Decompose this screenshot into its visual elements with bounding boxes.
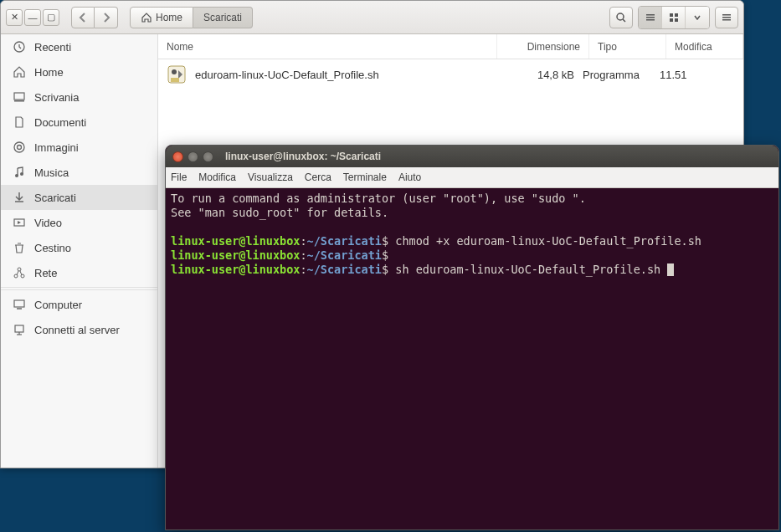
sidebar-item-home[interactable]: Home bbox=[1, 59, 157, 84]
close-button[interactable]: ✕ bbox=[6, 9, 23, 26]
terminal-close-button[interactable] bbox=[172, 151, 183, 162]
svg-point-16 bbox=[18, 146, 22, 150]
view-dropdown-button[interactable] bbox=[686, 7, 709, 28]
window-controls: ✕ — ▢ bbox=[6, 9, 59, 26]
svg-rect-3 bbox=[646, 17, 655, 18]
breadcrumb: Home Scaricati bbox=[130, 7, 253, 28]
doc-icon bbox=[13, 115, 26, 129]
svg-point-31 bbox=[172, 69, 177, 74]
grid-view-button[interactable] bbox=[662, 7, 686, 28]
search-button[interactable] bbox=[609, 7, 633, 28]
terminal-menubar: FileModificaVisualizzaCercaTerminaleAiut… bbox=[166, 167, 778, 188]
sidebar-item-doc[interactable]: Documenti bbox=[1, 110, 157, 135]
network-icon bbox=[13, 266, 26, 279]
maximize-button[interactable]: ▢ bbox=[43, 9, 59, 26]
breadcrumb-current[interactable]: Scaricati bbox=[193, 7, 253, 28]
sidebar-item-label: Scrivania bbox=[34, 91, 79, 104]
sidebar-item-label: Computer bbox=[34, 299, 82, 311]
terminal-menu-aiuto[interactable]: Aiuto bbox=[398, 171, 421, 183]
svg-line-1 bbox=[623, 19, 625, 22]
computer-icon bbox=[13, 298, 26, 311]
image-icon bbox=[13, 141, 26, 154]
sidebar-item-label: Cestino bbox=[34, 242, 71, 254]
sidebar-item-clock[interactable]: Recenti bbox=[1, 34, 157, 59]
terminal-minimize-button[interactable] bbox=[188, 151, 198, 162]
svg-point-0 bbox=[617, 13, 624, 20]
desktop-icon bbox=[13, 90, 26, 104]
view-switcher bbox=[638, 6, 710, 29]
svg-point-15 bbox=[14, 142, 24, 152]
svg-rect-9 bbox=[722, 14, 731, 16]
sidebar-item-computer[interactable]: Computer bbox=[1, 292, 157, 317]
terminal-menu-terminale[interactable]: Terminale bbox=[343, 171, 387, 183]
sidebar-item-label: Video bbox=[34, 217, 62, 229]
toolbar: ✕ — ▢ Home Scaricati bbox=[1, 1, 743, 34]
svg-rect-13 bbox=[14, 93, 24, 100]
minimize-button[interactable]: — bbox=[24, 9, 41, 26]
nav-group bbox=[71, 7, 118, 28]
script-icon bbox=[165, 63, 188, 86]
terminal-body[interactable]: To run a command as administrator (user … bbox=[166, 188, 778, 529]
file-row[interactable]: eduroam-linux-UoC-Default_Profile.sh 14,… bbox=[158, 59, 743, 90]
sidebar-item-download[interactable]: Scaricati bbox=[1, 185, 157, 210]
svg-rect-11 bbox=[722, 19, 731, 21]
svg-rect-27 bbox=[15, 325, 23, 332]
home-icon bbox=[141, 12, 152, 23]
svg-rect-2 bbox=[646, 14, 655, 16]
back-button[interactable] bbox=[71, 7, 95, 28]
svg-rect-32 bbox=[171, 78, 179, 82]
col-type[interactable]: Tipo bbox=[589, 34, 666, 59]
sidebar-item-server[interactable]: Connetti al server bbox=[1, 317, 157, 342]
terminal-menu-file[interactable]: File bbox=[171, 171, 187, 183]
svg-rect-5 bbox=[670, 13, 673, 17]
file-modified: 11.51 bbox=[660, 69, 737, 81]
sidebar-item-network[interactable]: Rete bbox=[1, 260, 157, 285]
breadcrumb-current-label: Scaricati bbox=[203, 12, 242, 23]
svg-rect-4 bbox=[646, 19, 655, 21]
svg-point-24 bbox=[18, 268, 21, 271]
sidebar-item-label: Musica bbox=[34, 166, 69, 179]
svg-rect-6 bbox=[675, 13, 678, 17]
sidebar-item-label: Documenti bbox=[34, 116, 86, 129]
terminal-title: linux-user@linuxbox: ~/Scaricati bbox=[225, 151, 381, 162]
file-name: eduroam-linux-UoC-Default_Profile.sh bbox=[195, 69, 491, 81]
svg-rect-8 bbox=[675, 18, 678, 22]
terminal-window-controls bbox=[172, 151, 213, 162]
col-size[interactable]: Dimensione bbox=[497, 34, 589, 59]
list-view-button[interactable] bbox=[639, 7, 662, 28]
sidebar-item-video[interactable]: Video bbox=[1, 210, 157, 235]
sidebar: RecentiHomeScrivaniaDocumentiImmaginiMus… bbox=[1, 34, 158, 468]
video-icon bbox=[13, 216, 26, 229]
file-size: 14,8 kB bbox=[491, 69, 583, 81]
sidebar-item-label: Scaricati bbox=[34, 192, 76, 204]
sidebar-item-image[interactable]: Immagini bbox=[1, 135, 157, 160]
terminal-titlebar[interactable]: linux-user@linuxbox: ~/Scaricati bbox=[166, 146, 778, 167]
server-icon bbox=[13, 323, 26, 336]
trash-icon bbox=[13, 241, 26, 254]
svg-point-18 bbox=[20, 172, 23, 176]
breadcrumb-home-label: Home bbox=[156, 12, 182, 23]
svg-rect-10 bbox=[722, 17, 731, 18]
music-icon bbox=[13, 166, 26, 179]
file-type: Programma bbox=[583, 69, 660, 81]
terminal-maximize-button[interactable] bbox=[203, 151, 213, 162]
terminal-menu-modifica[interactable]: Modifica bbox=[198, 171, 236, 183]
menu-button[interactable] bbox=[715, 7, 738, 28]
terminal-window: linux-user@linuxbox: ~/Scaricati FileMod… bbox=[165, 145, 779, 530]
download-icon bbox=[13, 191, 26, 204]
forward-button[interactable] bbox=[95, 7, 118, 28]
terminal-menu-cerca[interactable]: Cerca bbox=[305, 171, 331, 183]
sidebar-item-trash[interactable]: Cestino bbox=[1, 235, 157, 260]
svg-rect-14 bbox=[14, 100, 24, 102]
sidebar-item-desktop[interactable]: Scrivania bbox=[1, 84, 157, 110]
breadcrumb-home[interactable]: Home bbox=[130, 7, 193, 28]
col-name[interactable]: Nome bbox=[158, 34, 497, 59]
col-modified[interactable]: Modifica bbox=[666, 34, 743, 59]
home-icon bbox=[13, 65, 26, 79]
svg-rect-25 bbox=[14, 300, 24, 307]
sidebar-item-label: Home bbox=[34, 66, 64, 79]
column-headers: Nome Dimensione Tipo Modifica bbox=[158, 34, 743, 59]
clock-icon bbox=[13, 40, 26, 54]
sidebar-item-music[interactable]: Musica bbox=[1, 160, 157, 185]
terminal-menu-visualizza[interactable]: Visualizza bbox=[248, 171, 293, 183]
